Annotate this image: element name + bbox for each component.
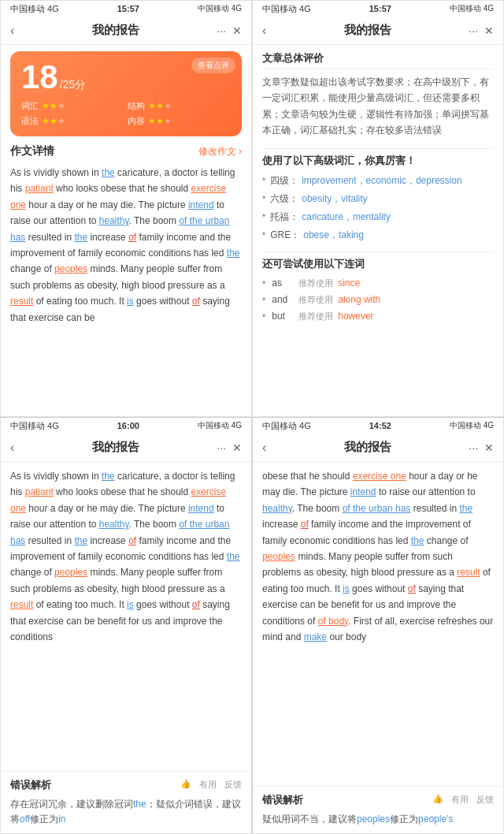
- connector-section-title: 还可尝试使用以下连词: [262, 257, 494, 271]
- app-container: 中国移动 4G 15:57 中国移动 4G ‹ 我的报告 ··· ✕ 查看点评 …: [0, 0, 504, 834]
- word-the-3-3: the: [227, 551, 240, 562]
- close-icon-3[interactable]: ✕: [232, 441, 242, 454]
- connector-but: • but 推荐使用 however: [262, 311, 494, 322]
- status-bar-4: 中国移动 4G 14:52 中国移动 4G: [253, 418, 503, 434]
- error-header-3: 错误解析 👍 有用 反馈: [10, 778, 242, 792]
- more-icon-4[interactable]: ···: [469, 441, 478, 454]
- metric-content-label: 内容: [128, 115, 145, 127]
- metric-structure-stars: ★★★: [148, 101, 172, 111]
- metric-vocab-stars: ★★★: [42, 101, 65, 111]
- word-of-4-2: of: [408, 583, 416, 594]
- divider-1: [262, 148, 494, 149]
- word-healthy: healthy: [99, 215, 129, 226]
- essay-text-1: As is vividly shown in the caricature, a…: [10, 165, 242, 326]
- word-result-3: result: [10, 599, 33, 610]
- review-button[interactable]: 查看点评: [191, 58, 235, 73]
- word-of-3-2: of: [192, 599, 200, 610]
- connector-list: • as 推荐使用 since • and 推荐使用 along with • …: [262, 277, 494, 322]
- metric-grammar-stars: ★★★: [42, 116, 65, 126]
- nav-title-1: 我的报告: [92, 23, 139, 38]
- word-of-3: of: [128, 535, 136, 546]
- metric-structure-label: 结构: [128, 100, 145, 112]
- back-icon-2[interactable]: ‹: [262, 24, 266, 38]
- nav-bar-2: ‹ 我的报告 ··· ✕: [253, 17, 503, 45]
- score-total: /25分: [60, 78, 86, 92]
- nav-title-4: 我的报告: [344, 440, 391, 455]
- more-icon-1[interactable]: ···: [217, 24, 226, 37]
- time-3: 16:00: [117, 421, 139, 430]
- close-icon-1[interactable]: ✕: [232, 24, 242, 37]
- word-intend: intend: [188, 199, 214, 210]
- screen-3: 中国移动 4G 16:00 中国移动 4G ‹ 我的报告 ··· ✕ As is…: [0, 417, 252, 834]
- word-healthy-4: healthy: [262, 503, 292, 514]
- error-text-3: 存在冠词冗余，建议删除冠词the；疑似介词错误，建议将off修正为in: [10, 797, 242, 827]
- status-bar-2: 中国移动 4G 15:57 中国移动 4G: [253, 1, 503, 17]
- carrier-right-3: 中国移动 4G: [198, 420, 242, 431]
- more-icon-2[interactable]: ···: [469, 24, 478, 37]
- word-of: of: [128, 232, 136, 243]
- edit-essay-link[interactable]: 修改作文 ›: [198, 145, 242, 158]
- score-number: 18: [21, 61, 58, 94]
- word-intend-4: intend: [350, 486, 376, 497]
- vocab-item-cet6: • 六级： obesity，vitality: [262, 192, 494, 206]
- thumbup-icon-4: 👍: [432, 794, 443, 806]
- status-bar-1: 中国移动 4G 15:57 中国移动 4G: [1, 1, 251, 17]
- back-icon-3[interactable]: ‹: [10, 441, 14, 455]
- metric-vocab: 词汇 ★★★: [21, 100, 124, 112]
- metric-structure: 结构 ★★★: [128, 100, 231, 112]
- metric-content-stars: ★★★: [148, 116, 172, 126]
- close-icon-4[interactable]: ✕: [484, 441, 494, 454]
- essay-text-3: As is vividly shown in the caricature, a…: [10, 468, 242, 645]
- metric-grammar-label: 语法: [21, 115, 39, 127]
- overall-review: 文章总体评价 文章字数疑似超出该考试字数要求；在高中级别下，有一定词汇积累，能使…: [262, 51, 494, 139]
- carrier-left-1: 中国移动 4G: [10, 3, 59, 15]
- nav-icons-1: ··· ✕: [217, 24, 242, 37]
- screen-1-content: 查看点评 18 /25分 词汇 ★★★ 结构 ★★★ 语法: [1, 45, 251, 416]
- screen-2: 中国移动 4G 15:57 中国移动 4G ‹ 我的报告 ··· ✕ 文章总体评…: [252, 0, 504, 417]
- connector-as: • as 推荐使用 since: [262, 277, 494, 289]
- divider-2: [262, 251, 494, 252]
- word-peoples-4: peoples: [262, 551, 295, 562]
- word-the-4-2: the: [411, 535, 424, 546]
- feedback-label-3[interactable]: 反馈: [224, 779, 242, 791]
- word-of-2: of: [192, 296, 200, 307]
- carrier-left-4: 中国移动 4G: [262, 420, 311, 432]
- carrier-left-3: 中国移动 4G: [10, 420, 59, 432]
- word-of-the-urban-4: of the urban has: [343, 503, 411, 514]
- metric-grammar: 语法 ★★★: [21, 115, 124, 127]
- back-icon-1[interactable]: ‹: [10, 24, 14, 38]
- word-patiant-3: patiant: [25, 486, 54, 497]
- carrier-right-2: 中国移动 4G: [450, 3, 494, 14]
- word-peoples-3: peoples: [54, 567, 87, 578]
- useful-label-4[interactable]: 有用: [451, 794, 469, 806]
- screen-4: 中国移动 4G 14:52 中国移动 4G ‹ 我的报告 ··· ✕ obese…: [252, 417, 504, 834]
- vocab-section-title: 使用了以下高级词汇，你真厉害！: [262, 154, 494, 168]
- screen-4-content: obese that he should exercise one hour a…: [253, 462, 503, 786]
- feedback-label-4[interactable]: 反馈: [476, 794, 494, 806]
- nav-bar-3: ‹ 我的报告 ··· ✕: [1, 434, 251, 462]
- error-title-3: 错误解析: [10, 778, 51, 792]
- word-peoples: peoples: [54, 263, 87, 274]
- carrier-right-4: 中国移动 4G: [450, 420, 494, 431]
- word-of-4: of: [301, 519, 309, 530]
- score-metrics: 词汇 ★★★ 结构 ★★★ 语法 ★★★ 内容 ★★★: [21, 100, 231, 127]
- back-icon-4[interactable]: ‹: [262, 441, 266, 455]
- close-icon-2[interactable]: ✕: [484, 24, 494, 37]
- time-2: 15:57: [369, 4, 391, 13]
- more-icon-3[interactable]: ···: [217, 441, 226, 454]
- nav-bar-1: ‹ 我的报告 ··· ✕: [1, 17, 251, 45]
- screen-3-content: As is vividly shown in the caricature, a…: [1, 462, 251, 771]
- essay-section-title: 作文详情: [10, 144, 54, 158]
- essay-text-4: obese that he should exercise one hour a…: [262, 468, 494, 645]
- essay-section-header: 作文详情 修改作文 ›: [10, 144, 242, 158]
- useful-label-3[interactable]: 有用: [199, 779, 217, 791]
- word-result: result: [10, 296, 33, 307]
- word-patiant: patiant: [25, 183, 54, 194]
- nav-title-2: 我的报告: [344, 23, 391, 38]
- error-section-3: 错误解析 👍 有用 反馈 存在冠词冗余，建议删除冠词the；疑似介词错误，建议将…: [1, 771, 251, 833]
- metric-content: 内容 ★★★: [128, 115, 231, 127]
- time-1: 15:57: [117, 4, 139, 13]
- vocab-item-gre: • GRE： obese，taking: [262, 229, 494, 242]
- word-the-2: the: [74, 232, 87, 243]
- error-word-in: in: [58, 814, 65, 825]
